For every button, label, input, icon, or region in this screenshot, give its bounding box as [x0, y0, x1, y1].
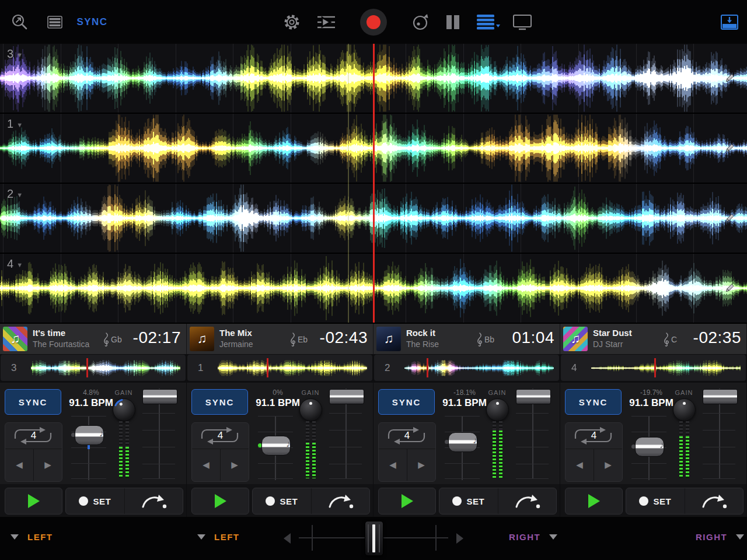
beatgrid-marker-icon[interactable] [640, 218, 657, 219]
loop-halve-button[interactable]: ◀ [379, 449, 407, 481]
cue-jump-button[interactable] [685, 488, 743, 514]
deck-output-assign[interactable]: RIGHT [696, 532, 744, 542]
track-info-cell[interactable]: ♫ It's time The Fourtastica Gb -02:17 [0, 324, 187, 354]
grid-edit-pencil-icon[interactable] [724, 142, 735, 154]
sync-button[interactable]: SYNC [191, 389, 248, 415]
chevron-down-icon: ▼ [16, 261, 23, 268]
beatgrid-marker-icon[interactable] [640, 148, 657, 149]
library-icon[interactable] [44, 0, 65, 44]
loop-double-button[interactable]: ▶ [33, 449, 62, 481]
play-button[interactable] [378, 488, 436, 514]
gain-knob[interactable] [299, 398, 322, 421]
track-key: Eb [289, 332, 308, 346]
gain-knob[interactable] [113, 398, 135, 421]
overview-waveform[interactable] [591, 359, 741, 377]
zoom-icon[interactable] [8, 0, 32, 44]
beatgrid-marker-icon[interactable] [684, 218, 701, 219]
deck-output-assign[interactable]: LEFT [197, 532, 240, 542]
knob-indicator-dot [496, 402, 499, 405]
overview-waveform[interactable] [218, 359, 367, 377]
deck-number-label[interactable]: 1▼ [7, 117, 23, 131]
track-overview-cell[interactable]: 3 [1, 355, 186, 381]
track-overview-cell[interactable]: 1 [187, 355, 372, 381]
tempo-slider[interactable]: ♪ [444, 412, 481, 482]
gain-knob[interactable] [673, 398, 696, 421]
volume-fader-handle[interactable] [516, 389, 551, 404]
crossfader-right-arrow-icon[interactable] [456, 533, 463, 544]
loop-panel: 4 ◀ ▶ [5, 422, 62, 482]
loop-double-button[interactable]: ▶ [407, 449, 435, 481]
cue-jump-button[interactable] [498, 488, 557, 514]
display-icon[interactable] [511, 0, 533, 44]
music-note-icon: ♪ [286, 439, 291, 449]
track-info-cell[interactable]: ♫ Star Dust DJ Starr C -02:35 [560, 324, 747, 354]
loop-control[interactable]: 4 [379, 423, 435, 449]
view-list-icon[interactable] [476, 0, 501, 44]
play-button[interactable] [5, 488, 62, 514]
tempo-slider[interactable]: ♪ [70, 412, 107, 482]
loop-control[interactable]: 4 [192, 423, 249, 449]
sync-button[interactable]: SYNC [565, 389, 622, 415]
cue-set-button[interactable]: SET [626, 488, 685, 514]
grid-edit-pencil-icon[interactable] [724, 72, 735, 84]
deck-output-assign[interactable]: RIGHT [509, 532, 557, 542]
grid-edit-pencil-icon[interactable] [724, 212, 735, 224]
track-overview-cell[interactable]: 4 [561, 355, 746, 381]
loop-halve-button[interactable]: ◀ [566, 449, 594, 481]
volume-fader[interactable] [140, 387, 179, 481]
level-meter [306, 421, 316, 478]
settings-gear-icon[interactable] [281, 0, 302, 44]
volume-fader[interactable] [327, 387, 365, 481]
volume-fader[interactable] [514, 387, 552, 481]
play-button[interactable] [191, 488, 249, 514]
deck-number-label[interactable]: 4▼ [7, 257, 23, 271]
cue-jump-button[interactable] [124, 488, 183, 514]
gain-label: GAIN [109, 389, 139, 396]
track-info-cell[interactable]: ♫ The Mix Jermaine Eb -02:43 [187, 324, 374, 354]
loop-length-value: 4 [5, 430, 62, 442]
time-remaining: 01:04 [512, 328, 554, 347]
loop-control[interactable]: 4 [566, 423, 622, 449]
crossfader-handle[interactable] [365, 521, 383, 556]
cue-jump-button[interactable] [311, 488, 370, 514]
tempo-dial-icon[interactable] [410, 0, 431, 44]
cue-set-button[interactable]: SET [253, 488, 311, 514]
deck-number-label[interactable]: 2▼ [7, 187, 23, 201]
tempo-slider[interactable]: ♪ [630, 412, 668, 482]
sync-button[interactable]: SYNC [378, 389, 435, 415]
gain-knob[interactable] [486, 398, 509, 421]
overview-waveform[interactable] [31, 359, 180, 377]
track-title: Star Dust [593, 328, 632, 338]
volume-fader-handle[interactable] [142, 389, 177, 404]
master-sync-button[interactable]: SYNC [73, 16, 111, 29]
beatgrid-marker-icon[interactable] [684, 148, 701, 149]
deck-output-assign[interactable]: LEFT [11, 532, 53, 542]
tempo-slider[interactable]: ♪ [257, 412, 294, 482]
loop-double-button[interactable]: ▶ [220, 449, 249, 481]
beatgrid-marker-icon[interactable] [640, 78, 657, 79]
play-button[interactable] [565, 488, 623, 514]
track-overview-cell[interactable]: 2 [374, 355, 559, 381]
loop-halve-button[interactable]: ◀ [5, 449, 33, 481]
cue-set-button[interactable]: SET [66, 488, 124, 514]
beatgrid-marker-icon[interactable] [640, 288, 657, 289]
volume-fader-handle[interactable] [329, 389, 364, 404]
loop-double-button[interactable]: ▶ [594, 449, 622, 481]
automix-icon[interactable] [315, 0, 337, 44]
volume-fader-handle[interactable] [703, 389, 738, 404]
sync-button[interactable]: SYNC [5, 389, 61, 415]
loop-halve-button[interactable]: ◀ [192, 449, 220, 481]
cue-set-button[interactable]: SET [439, 488, 498, 514]
output-tray-icon[interactable] [718, 0, 741, 44]
record-icon[interactable] [360, 0, 387, 44]
beatgrid-marker-icon[interactable] [684, 288, 701, 289]
volume-fader[interactable] [700, 387, 739, 481]
beatgrid-marker-icon[interactable] [684, 78, 701, 79]
deck-number-label[interactable]: 3▼ [7, 47, 23, 61]
track-info-cell[interactable]: ♫ Rock it The Rise Bb 01:04 [374, 324, 560, 354]
crossfader-left-arrow-icon[interactable] [284, 533, 291, 544]
gain-label: GAIN [669, 389, 699, 396]
pause-icon[interactable] [442, 0, 463, 44]
loop-control[interactable]: 4 [5, 423, 62, 449]
grid-edit-pencil-icon[interactable] [724, 282, 735, 294]
